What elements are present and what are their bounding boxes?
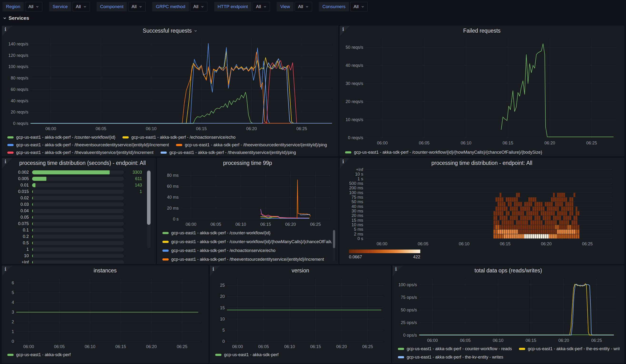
legend-item[interactable]: gcp-us-east1 - akka-sdk-perf - /echoacti… [162, 248, 275, 253]
bar-track [32, 196, 124, 200]
legend-item[interactable]: gcp-us-east1 - akka-sdk-perf - /counter-… [7, 135, 115, 140]
bucket-count: 1 [127, 189, 142, 194]
legend-item[interactable]: gcp-us-east1 - akka-sdk-perf - /thevalue… [160, 150, 296, 155]
info-icon[interactable]: i [340, 158, 350, 168]
panel-processing-time-heatmap: i processing time distribution - endpoin… [340, 158, 624, 264]
panel-title-text: Failed requests [463, 28, 500, 34]
filter-value-dropdown[interactable]: All [25, 2, 42, 11]
info-icon[interactable]: i [210, 266, 220, 276]
filter-label[interactable]: Consumers [319, 2, 349, 11]
legend-item[interactable]: gcp-us-east1 - akka-sdk-perf - the-es-en… [519, 346, 620, 351]
bar-fill [32, 202, 33, 206]
svg-text:20 reqs/s: 20 reqs/s [346, 99, 363, 104]
legend-item[interactable]: gcp-us-east1 - akka-sdk-perf - /theevent… [176, 143, 327, 148]
legend-item[interactable]: gcp-us-east1 - akka-sdk-perf - /echoacti… [122, 135, 235, 140]
panel-title[interactable]: total data ops (reads/writes) [402, 266, 614, 275]
svg-text:06:00: 06:00 [377, 141, 388, 145]
legend-row: gcp-us-east1 - akka-sdk-perf - /theevent… [162, 255, 332, 262]
svg-text:06:20: 06:20 [558, 338, 569, 343]
legend-item-label: gcp-us-east1 - akka-sdk-perf - counter-w… [407, 346, 512, 351]
info-icon[interactable]: i [393, 266, 403, 276]
svg-text:1: 1 [12, 329, 14, 334]
legend-item[interactable]: gcp-us-east1 - akka-sdk-perf [215, 352, 278, 357]
chevron-down-icon [194, 29, 197, 33]
panel-title[interactable]: processing time distribution - endpoint:… [349, 158, 614, 168]
svg-text:+Inf: +Inf [356, 168, 363, 172]
bar-fill [32, 196, 33, 200]
filter-value-dropdown[interactable]: All [295, 2, 312, 11]
legend-item[interactable]: gcp-us-east1 - akka-sdk-perf - /thevalue… [7, 150, 154, 155]
legend-item-label: gcp-us-east1 - akka-sdk-perf - /echoacti… [131, 135, 235, 140]
svg-text:06:10: 06:10 [235, 222, 246, 227]
legend-item[interactable]: gcp-us-east1 - akka-sdk-perf - /counter-… [345, 150, 542, 155]
info-icon[interactable]: i [2, 158, 12, 168]
time-series-chart[interactable]: 0 reqs/s10 reqs/s20 reqs/s30 reqs/s40 re… [342, 36, 622, 146]
svg-text:40 ms: 40 ms [167, 195, 179, 200]
legend-item[interactable]: gcp-us-east1 - akka-sdk-perf [7, 352, 71, 357]
filter-value-dropdown[interactable]: All [128, 2, 146, 11]
bar-track [32, 228, 124, 232]
panel-title[interactable]: instances [12, 266, 198, 275]
filter-label[interactable]: Component [97, 2, 127, 11]
chevron-down-icon [305, 5, 309, 8]
panel-title[interactable]: processing time distribution (seconds) -… [12, 158, 153, 168]
legend-item[interactable]: gcp-us-east1 - akka-sdk-perf - counter-w… [398, 346, 512, 351]
legend-item[interactable]: gcp-us-east1 - akka-sdk-perf - /counter-… [162, 231, 271, 236]
filter-label[interactable]: HTTP endpoint [214, 2, 251, 11]
legend-item[interactable]: gcp-us-east1 - akka-sdk-perf - /theevent… [7, 143, 169, 148]
svg-text:100 ops/s: 100 ops/s [398, 283, 417, 287]
legend-item[interactable]: gcp-us-east1 - akka-sdk-perf - /counter-… [162, 239, 332, 244]
bar-track [32, 260, 124, 263]
filter-label[interactable]: View [277, 2, 293, 11]
legend-row: gcp-us-east1 - akka-sdk-perf [215, 351, 387, 359]
svg-text:80 reqs/s: 80 reqs/s [11, 76, 28, 81]
histogram-row: 10 [6, 253, 142, 259]
info-icon[interactable]: i [2, 26, 12, 36]
time-series-chart[interactable]: 0 ops/s25 ops/s50 ops/s75 ops/s100 ops/s… [394, 275, 622, 344]
bar-fill [32, 177, 46, 181]
bar-track [32, 202, 124, 206]
svg-text:06:20: 06:20 [336, 344, 347, 349]
filter-label[interactable]: Region [2, 2, 24, 11]
time-series-chart[interactable]: 051015202506:0006:0506:1006:1506:2006:25 [212, 275, 389, 350]
bucket-label: 1 [6, 247, 29, 252]
filter-value-dropdown[interactable]: All [350, 2, 368, 11]
series-color-chip [215, 354, 221, 356]
panel-title[interactable]: Successful requests [12, 26, 328, 36]
legend-row: gcp-us-east1 - akka-sdk-perf - /counter-… [162, 229, 332, 238]
legend-item-label: gcp-us-east1 - akka-sdk-perf - /thevalue… [169, 150, 296, 155]
row-services[interactable]: Services [3, 13, 29, 23]
heatmap-chart[interactable]: +Inf10 s1 s500 ms200 ms100 ms75 ms50 ms4… [342, 168, 622, 247]
svg-text:0 reqs/s: 0 reqs/s [13, 121, 28, 126]
time-series-chart[interactable]: 012345606:0006:0506:1006:1506:2006:25 [4, 275, 206, 350]
svg-text:5: 5 [12, 290, 14, 295]
filter-region: RegionAll [2, 2, 42, 11]
filter-value-dropdown[interactable]: All [190, 2, 207, 11]
panel-title[interactable]: version [220, 266, 381, 275]
time-series-chart[interactable]: 0 reqs/s20 reqs/s40 reqs/s60 reqs/s80 re… [4, 36, 336, 132]
svg-text:10 reqs/s: 10 reqs/s [346, 117, 363, 122]
filter-label[interactable]: GRPC method [152, 2, 189, 11]
info-icon[interactable]: i [340, 26, 350, 36]
filter-value-dropdown[interactable]: All [73, 2, 90, 11]
time-series-chart[interactable]: 0 s20 ms40 ms60 ms80 ms06:0006:0506:1006… [159, 168, 336, 227]
panel-title[interactable]: processing time 99p [167, 158, 328, 168]
legend-item-label: gcp-us-east1 - akka-sdk-perf - /counter-… [171, 239, 332, 244]
svg-text:3: 3 [12, 310, 14, 315]
info-icon[interactable]: i [2, 266, 12, 276]
svg-text:40 reqs/s: 40 reqs/s [346, 63, 363, 68]
chevron-down-icon [3, 16, 7, 20]
legend-item[interactable]: gcp-us-east1 - akka-sdk-perf - /theevent… [162, 257, 324, 262]
panel-title[interactable]: Failed requests [349, 26, 614, 36]
histogram-row: 0.075 [6, 221, 142, 227]
filter-label[interactable]: Service [49, 2, 71, 11]
bar-track [32, 177, 124, 181]
filter-service: ServiceAll [49, 2, 90, 11]
color-scale-min: 0.0667 [349, 255, 362, 260]
series-color-chip [7, 152, 14, 154]
scrollbar-thumb[interactable] [333, 230, 335, 248]
filter-value-dropdown[interactable]: All [253, 2, 270, 11]
scrollbar-thumb[interactable] [147, 171, 151, 225]
legend-item[interactable]: gcp-us-east1 - akka-sdk-perf - the-kv-en… [398, 355, 503, 360]
svg-text:06:15: 06:15 [196, 126, 207, 131]
